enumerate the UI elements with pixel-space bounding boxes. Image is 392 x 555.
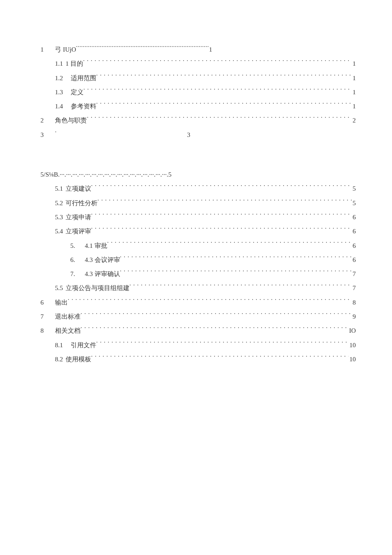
toc-entry: 5.4.1 审批6	[40, 239, 356, 253]
toc-entry	[40, 142, 356, 168]
toc-title: 可行性分析	[66, 196, 98, 210]
toc-entry: 5.1立项建议5	[40, 182, 356, 196]
toc-entry: 1.4参考资料1	[40, 99, 356, 113]
toc-entry: 5.3立项申请6	[40, 210, 356, 224]
toc-number: 7.	[70, 267, 82, 281]
table-of-contents: 1弓 IUjO11.11 目的11.2适用范围11.3定义11.4参考资料12角…	[40, 43, 356, 366]
toc-entry: 2角色与职责2	[40, 113, 356, 128]
toc-entry: 33	[40, 128, 356, 142]
toc-number: 8	[40, 324, 55, 338]
toc-title: 立项评审	[66, 224, 91, 238]
toc-leader	[120, 270, 352, 276]
toc-leader	[107, 241, 352, 248]
toc-leader	[83, 59, 352, 66]
toc-entry: 7.4.3 评审确认7	[40, 267, 356, 281]
toc-number: 5.2	[55, 196, 63, 210]
toc-entry: 1.3定义1	[40, 85, 356, 99]
toc-title: 相关文档	[55, 324, 81, 338]
toc-page: 9	[352, 310, 356, 324]
toc-title: 参考资料	[71, 99, 96, 113]
toc-title: 退出标准	[55, 310, 81, 324]
toc-raw-line: 5/S⅛B.···.···.···.···.···.···.···.···.··…	[40, 168, 172, 182]
toc-leader	[91, 355, 349, 361]
toc-entry: 8相关文档IO	[40, 324, 356, 338]
toc-page: 10	[349, 338, 356, 352]
toc-number: 3	[40, 128, 55, 142]
toc-title: 定义	[71, 85, 84, 99]
toc-leader	[81, 312, 352, 319]
toc-leader	[76, 45, 208, 52]
toc-page: IO	[348, 324, 356, 338]
toc-entry: 6.4.3 会议评审6	[40, 253, 356, 267]
toc-number: 8.2	[55, 352, 63, 366]
toc-title: 4.1 审批	[85, 239, 107, 253]
toc-title: 角色与职责	[55, 113, 87, 128]
toc-page: 1	[208, 43, 213, 57]
toc-page: 6	[352, 239, 356, 253]
toc-title: 引用文件	[71, 338, 96, 352]
toc-page: 1	[352, 57, 356, 71]
toc-page: 1	[352, 99, 356, 113]
toc-number: 7	[40, 310, 55, 324]
toc-entry: 1弓 IUjO1	[40, 43, 356, 57]
toc-number: 5.3	[55, 210, 63, 224]
toc-page: 8	[352, 296, 356, 310]
toc-title: 适用范围	[71, 71, 96, 85]
toc-title: 4.3 评审确认	[85, 267, 120, 281]
toc-entry: 6输出8	[40, 296, 356, 310]
toc-number: 5.1	[55, 182, 63, 196]
toc-number: 1.4	[55, 99, 63, 113]
toc-number: 5.4	[55, 224, 63, 238]
toc-leader	[91, 184, 352, 191]
toc-entry: 5.5立项公告与项目组组建7	[40, 281, 356, 295]
toc-page: 3	[187, 128, 190, 142]
toc-title: 4.3 会议评审	[85, 253, 120, 267]
toc-page: 7	[352, 267, 356, 281]
toc-number: 1.1	[55, 57, 63, 71]
toc-leader	[68, 298, 352, 305]
toc-page: 5	[352, 182, 356, 196]
toc-leader	[55, 131, 187, 137]
toc-number: 5.	[70, 239, 82, 253]
toc-number: 6.	[70, 253, 82, 267]
toc-number: 8.1	[55, 338, 63, 352]
toc-title: 输出	[55, 296, 68, 310]
toc-title: 1 目的	[66, 57, 83, 71]
toc-entry: 1.2适用范围1	[40, 71, 356, 85]
toc-title: 弓 IUjO	[55, 43, 76, 57]
toc-page: 2	[352, 113, 356, 128]
toc-leader	[130, 284, 352, 290]
toc-title: 立项建议	[66, 182, 91, 196]
toc-page: 1	[352, 85, 356, 99]
toc-number: 1.3	[55, 85, 63, 99]
toc-leader	[81, 326, 348, 333]
toc-entry: 5/S⅛B.···.···.···.···.···.···.···.···.··…	[40, 168, 356, 182]
toc-entry: 8.1引用文件10	[40, 338, 356, 352]
toc-leader	[87, 116, 352, 122]
toc-leader	[98, 199, 352, 205]
toc-title: 立项公告与项目组组建	[66, 281, 130, 295]
toc-number: 5.5	[55, 281, 63, 295]
toc-page: 10	[349, 352, 356, 366]
toc-number: 6	[40, 296, 55, 310]
toc-number: 2	[40, 113, 55, 128]
toc-entry: 5.4立项评审6	[40, 224, 356, 238]
toc-leader	[120, 256, 352, 262]
toc-leader	[91, 213, 352, 219]
toc-entry: 8.2使用模板10	[40, 352, 356, 366]
toc-leader	[96, 74, 352, 80]
toc-page: 6	[352, 210, 356, 224]
toc-page: 7	[352, 281, 356, 295]
toc-leader	[91, 227, 352, 233]
toc-page: 1	[352, 71, 356, 85]
toc-entry: 5.2可行性分析5	[40, 196, 356, 210]
toc-title: 立项申请	[66, 210, 91, 224]
toc-number: 1	[40, 43, 55, 57]
toc-entry: 7退出标准9	[40, 310, 356, 324]
toc-page: 6	[352, 224, 356, 238]
toc-leader	[96, 341, 349, 347]
toc-page: 5	[352, 196, 356, 210]
toc-page: 1弓 IUjO11.11 目的11.2适用范围11.3定义11.4参考资料12角…	[0, 0, 392, 366]
toc-title: 使用模板	[66, 352, 91, 366]
toc-leader	[96, 102, 352, 108]
